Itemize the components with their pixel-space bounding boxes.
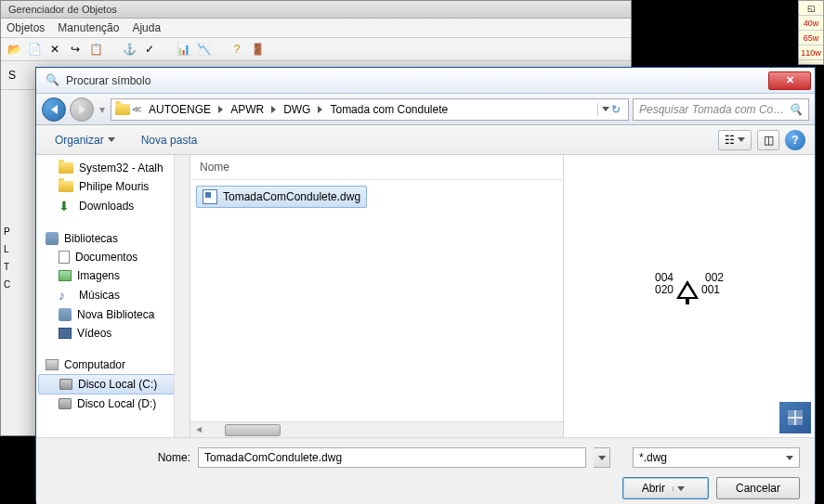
tool-icon-1[interactable]: 📂 — [7, 42, 21, 57]
sidebar-computer-header[interactable]: Computador — [36, 355, 190, 374]
file-type-filter[interactable]: *.dwg — [633, 447, 800, 468]
file-item-tomada[interactable]: TomadaComCondulete.dwg — [196, 186, 367, 208]
bc-sep-1[interactable] — [218, 106, 223, 113]
open-label: Abrir — [642, 482, 665, 495]
ruler-65w: 65w — [799, 31, 823, 45]
tool-icon-9[interactable]: 📉 — [196, 42, 211, 57]
computer-icon — [46, 359, 59, 370]
dialog-titlebar[interactable]: 🔍 Procurar símbolo ✕ — [36, 68, 815, 94]
newfolder-label: Nova pasta — [141, 134, 198, 147]
left-t: T — [2, 258, 15, 276]
preview-toggle-button[interactable]: ◫ — [757, 130, 779, 150]
sidebar-item-disco-d[interactable]: Disco Local (D:) — [36, 394, 190, 413]
file-list-header-nome[interactable]: Nome — [190, 155, 563, 180]
filter-label: *.dwg — [639, 451, 667, 464]
chevron-down-icon — [108, 137, 115, 142]
filename-row: Nome: *.dwg — [51, 447, 800, 468]
toolbar: Organizar Nova pasta ☷ ◫ ? — [36, 125, 815, 155]
folder-icon — [59, 181, 73, 192]
tool-icon-4[interactable]: ↪ — [68, 42, 83, 57]
breadcrumb-dropdown-icon[interactable] — [602, 107, 609, 111]
breadcrumb-tomada[interactable]: Tomada com Condulete — [324, 101, 453, 118]
organize-label: Organizar — [55, 134, 104, 147]
file-list-scrollbar[interactable]: ◂ — [190, 421, 563, 437]
sidebar-item-label: Disco Local (D:) — [77, 397, 156, 410]
menu-objetos[interactable]: Objetos — [7, 21, 45, 34]
ruler-40w: 40w — [799, 16, 823, 31]
bc-sep-2[interactable] — [271, 106, 276, 113]
content-area: System32 - Atalh Philipe Mouris ⬇Downloa… — [36, 155, 815, 437]
sidebar-libraries-header[interactable]: Bibliotecas — [36, 229, 190, 248]
filename-input[interactable] — [198, 447, 586, 468]
parent-toolbar: 📂 📄 ✕ ↪ 📋 ⚓ ✓ 📊 📉 ? 🚪 — [1, 38, 631, 61]
video-icon — [59, 328, 72, 339]
preview-canvas: 004 002 020 001 — [573, 164, 805, 406]
sidebar-item-system32[interactable]: System32 - Atalh — [36, 159, 190, 177]
file-list-body[interactable]: TomadaComCondulete.dwg — [190, 180, 563, 421]
sidebar-item-disco-c[interactable]: Disco Local (C:) — [38, 374, 188, 394]
parent-title: Gerenciador de Objetos — [1, 1, 631, 19]
preview-pane-icon: ◫ — [764, 134, 774, 147]
bc-label: AUTOENGE — [149, 103, 211, 116]
tool-icon-7[interactable]: ✓ — [142, 42, 157, 57]
organize-button[interactable]: Organizar — [46, 130, 124, 150]
breadcrumb[interactable]: ≪ AUTOENGE APWR DWG Tomada com Condulete… — [111, 98, 629, 121]
new-folder-button[interactable]: Nova pasta — [132, 130, 207, 150]
dialog-icon: 🔍 — [46, 73, 60, 88]
open-split-button[interactable] — [673, 486, 689, 491]
nav-forward-button[interactable] — [70, 97, 94, 122]
dwg-file-icon — [203, 189, 217, 204]
breadcrumb-dwg[interactable]: DWG — [278, 101, 316, 118]
scroll-thumb[interactable] — [225, 424, 281, 436]
navbar: ▾ ≪ AUTOENGE APWR DWG Tomada com Condule… — [36, 94, 815, 125]
menu-manutencao[interactable]: Manutenção — [58, 21, 119, 34]
refresh-icon[interactable]: ↻ — [611, 103, 621, 116]
dialog-title: Procurar símbolo — [66, 74, 768, 87]
preview-triangle-icon — [676, 280, 699, 299]
tool-icon-help[interactable]: ? — [229, 42, 244, 57]
nav-back-button[interactable] — [42, 97, 66, 122]
cancel-button[interactable]: Cancelar — [716, 477, 800, 499]
search-input[interactable]: Pesquisar Tomada com Condu... 🔍 — [633, 98, 809, 121]
menu-ajuda[interactable]: Ajuda — [132, 21, 161, 34]
filename-dropdown-button[interactable] — [594, 447, 610, 468]
tool-icon-5[interactable]: 📋 — [88, 42, 103, 57]
help-button[interactable]: ? — [785, 130, 805, 150]
folder-icon — [59, 162, 73, 174]
chevron-down-icon — [598, 456, 606, 460]
sidebar-item-downloads[interactable]: ⬇Downloads — [36, 196, 190, 216]
sidebar-item-nova-biblioteca[interactable]: Nova Biblioteca — [36, 305, 190, 324]
sidebar-item-label: Downloads — [79, 200, 134, 213]
sidebar-item-label: Philipe Mouris — [79, 180, 149, 193]
document-icon — [59, 251, 70, 264]
help-icon: ? — [791, 134, 798, 147]
sidebar-item-videos[interactable]: Vídeos — [36, 324, 190, 342]
disk-icon — [59, 379, 72, 390]
sidebar-item-philipe[interactable]: Philipe Mouris — [36, 177, 190, 196]
bc-sep-0[interactable]: ≪ — [132, 104, 141, 114]
nav-dropdown-icon[interactable]: ▾ — [98, 103, 107, 116]
tool-icon-exit[interactable]: 🚪 — [250, 42, 265, 57]
download-icon: ⬇ — [59, 199, 73, 213]
breadcrumb-apwr[interactable]: APWR — [225, 101, 269, 118]
breadcrumb-autoenge[interactable]: AUTOENGE — [143, 101, 216, 118]
bc-label: Tomada com Condulete — [330, 103, 448, 116]
tool-icon-3[interactable]: ✕ — [47, 42, 62, 57]
disk-icon — [59, 398, 72, 409]
sidebar-scrollbar[interactable] — [174, 155, 190, 437]
close-button[interactable]: ✕ — [768, 71, 811, 90]
tool-icon-2[interactable]: 📄 — [27, 42, 42, 57]
open-button[interactable]: Abrir — [622, 477, 709, 499]
view-mode-button[interactable]: ☷ — [718, 130, 752, 150]
tool-icon-6[interactable]: ⚓ — [122, 42, 137, 57]
sidebar-item-imagens[interactable]: Imagens — [36, 266, 190, 285]
left-p: P — [2, 223, 15, 240]
left-panel: P L T C — [2, 223, 15, 293]
button-row: Abrir Cancelar — [51, 477, 800, 499]
sidebar-item-label: System32 - Atalh — [79, 162, 163, 174]
tool-icon-8[interactable]: 📊 — [176, 42, 190, 57]
search-icon: 🔍 — [789, 103, 803, 116]
sidebar-item-documentos[interactable]: Documentos — [36, 248, 190, 266]
bc-sep-3[interactable] — [318, 106, 322, 113]
sidebar-item-musicas[interactable]: ♪Músicas — [36, 285, 190, 305]
